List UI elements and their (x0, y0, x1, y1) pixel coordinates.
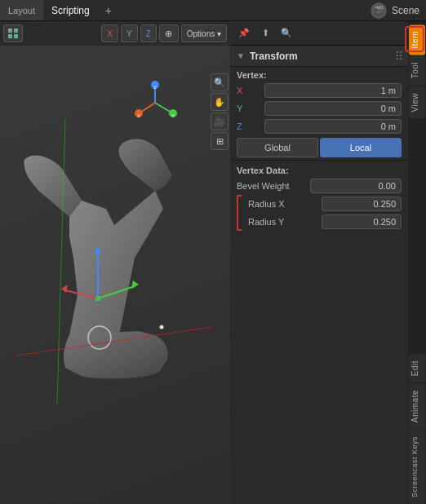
tab-edit[interactable]: Edit (409, 354, 425, 382)
tab-item[interactable]: Item (409, 24, 425, 55)
editor-type-btn[interactable] (3, 24, 23, 42)
viewport-side-toolbar: 🔍 ✋ 🎥 ⊞ (209, 70, 230, 153)
bevel-weight-row: Bevel Weight 0.00 (230, 177, 408, 195)
svg-line-21 (140, 103, 155, 113)
divider (230, 160, 408, 161)
svg-rect-3 (14, 34, 18, 38)
camera-btn[interactable]: 🎥 (211, 113, 229, 130)
radius-y-input[interactable]: 0.250 (322, 214, 402, 229)
top-menubar: Layout Scripting + 🎬 Scene (0, 0, 426, 21)
radius-y-row: Radius Y 0.250 (242, 213, 408, 231)
menu-item-scripting[interactable]: Scripting (43, 0, 98, 20)
svg-text:Z: Z (153, 85, 157, 90)
vertex-data-group-label: Vertex Data: (230, 162, 408, 177)
svg-line-14 (57, 119, 65, 405)
viewport-3d[interactable]: X Y Z ⊕ Options ▾ (0, 21, 230, 504)
svg-text:X: X (137, 113, 140, 118)
tab-screencast-keys[interactable]: Screencast Keys (409, 430, 425, 504)
y-input[interactable]: 0 m (264, 101, 402, 116)
panel-tabs: Item Tool View Edit Animate Screencast K… (408, 21, 426, 504)
svg-marker-9 (61, 285, 68, 293)
svg-point-12 (160, 325, 164, 329)
props-filter-btn[interactable]: 🔍 (277, 24, 295, 42)
tab-view[interactable]: View (409, 86, 425, 119)
global-btn[interactable]: Global (237, 138, 318, 157)
z-axis-btn[interactable]: Z (140, 24, 157, 42)
radius-y-label: Radius Y (248, 217, 322, 227)
svg-marker-7 (131, 281, 139, 289)
transform-more-btn[interactable]: ⠿ (395, 50, 402, 63)
x-label: X (237, 86, 261, 95)
z-input[interactable]: 0 m (264, 119, 402, 134)
svg-rect-2 (8, 34, 12, 38)
vertex-y-row: Y 0 m (230, 99, 408, 117)
svg-line-6 (98, 286, 135, 298)
menu-item-layout[interactable]: Layout (0, 0, 43, 20)
viewport-header: X Y Z ⊕ Options ▾ (0, 21, 230, 46)
svg-line-8 (65, 290, 98, 298)
coord-space-row: Global Local (237, 138, 402, 157)
transform-title: Transform (250, 51, 298, 62)
svg-point-11 (88, 326, 111, 349)
scene-selector[interactable]: 🎬 Scene (371, 2, 426, 19)
vertex-x-row: X 1 m (230, 82, 408, 99)
svg-rect-0 (8, 29, 12, 33)
svg-rect-10 (95, 296, 100, 301)
svg-line-13 (16, 327, 212, 356)
props-cursor-btn[interactable]: ⬆ (256, 24, 274, 42)
radius-x-row: Radius X 0.250 (242, 195, 408, 213)
grid-btn[interactable]: ⊞ (211, 132, 229, 150)
bevel-weight-input[interactable]: 0.00 (310, 179, 402, 193)
bevel-weight-label: Bevel Weight (237, 181, 310, 191)
mesh-3d (16, 95, 212, 421)
transform-section-header[interactable]: ▼ Transform ⠿ (230, 46, 408, 67)
radius-bracket-container: Radius X 0.250 Radius Y 0.250 (230, 195, 408, 231)
props-pin-btn[interactable]: 📌 (235, 24, 253, 42)
y-label: Y (237, 104, 261, 113)
magnify-btn[interactable]: 🔍 (211, 73, 229, 91)
add-tab-button[interactable]: + (98, 0, 119, 21)
svg-rect-1 (14, 29, 18, 33)
z-label: Z (237, 122, 261, 131)
transform-pivot-btn[interactable]: ⊕ (159, 24, 179, 42)
radius-fields: Radius X 0.250 Radius Y 0.250 (242, 195, 408, 231)
radius-x-input[interactable]: 0.250 (322, 197, 402, 211)
y-axis-btn[interactable]: Y (121, 24, 138, 42)
svg-line-18 (155, 103, 171, 113)
properties-panel: 📌 ⬆ 🔍 ▼ Transform ⠿ Vertex: X 1 m Y 0 m … (230, 21, 408, 504)
scene-icon: 🎬 (371, 2, 387, 19)
hand-btn[interactable]: ✋ (211, 93, 229, 111)
local-btn[interactable]: Local (320, 138, 402, 157)
viewport-content: Z Y X 🔍 ✋ 🎥 ⊞ (0, 46, 230, 504)
tab-animate[interactable]: Animate (409, 383, 425, 429)
gizmo-widget[interactable]: Z Y X (131, 78, 180, 127)
vertex-group-label: Vertex: (230, 67, 408, 82)
props-header: 📌 ⬆ 🔍 (230, 21, 408, 46)
svg-text:Y: Y (171, 113, 175, 118)
svg-marker-5 (95, 245, 101, 254)
tab-tool[interactable]: Tool (409, 55, 425, 85)
radius-x-label: Radius X (248, 199, 322, 209)
x-input[interactable]: 1 m (264, 83, 402, 98)
transform-arrow: ▼ (237, 51, 245, 60)
x-axis-btn[interactable]: X (101, 24, 118, 42)
options-btn[interactable]: Options ▾ (181, 24, 227, 42)
vertex-z-row: Z 0 m (230, 117, 408, 135)
